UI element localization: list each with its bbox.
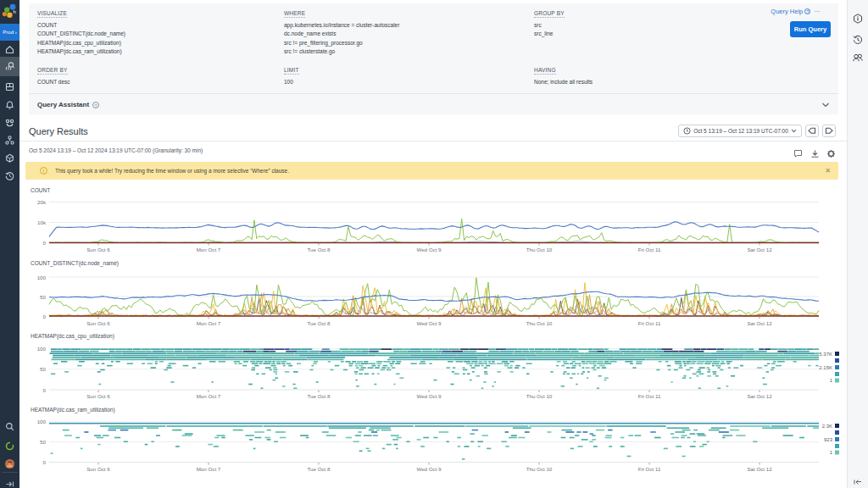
svg-text:Tue Oct 8: Tue Oct 8 [308, 247, 331, 252]
svg-text:0: 0 [43, 387, 47, 393]
svg-text:Sun Oct 6: Sun Oct 6 [86, 393, 110, 399]
svg-text:Tue Oct 8: Tue Oct 8 [308, 393, 331, 399]
svg-text:Wed Oct 9: Wed Oct 9 [416, 320, 442, 326]
svg-text:Mon Oct 7: Mon Oct 7 [197, 466, 221, 472]
svg-text:50: 50 [40, 294, 46, 300]
svg-text:Mon Oct 7: Mon Oct 7 [197, 320, 221, 326]
svg-text:20k: 20k [37, 199, 47, 205]
svg-text:Sat Oct 12: Sat Oct 12 [747, 247, 772, 252]
svg-text:Tue Oct 8: Tue Oct 8 [308, 466, 331, 472]
svg-text:100: 100 [37, 419, 47, 424]
svg-text:Sat Oct 12: Sat Oct 12 [747, 320, 772, 326]
svg-text:Fri Oct 11: Fri Oct 11 [638, 320, 661, 326]
svg-text:50: 50 [40, 366, 46, 372]
svg-text:Sat Oct 12: Sat Oct 12 [747, 466, 772, 472]
svg-text:50: 50 [40, 439, 46, 445]
svg-text:Sun Oct 6: Sun Oct 6 [86, 320, 110, 326]
svg-text:5.37K: 5.37K [819, 352, 832, 357]
svg-text:Sun Oct 6: Sun Oct 6 [86, 466, 110, 472]
svg-text:Fri Oct 11: Fri Oct 11 [638, 466, 661, 472]
svg-text:923: 923 [824, 437, 833, 442]
svg-text:0: 0 [43, 240, 47, 246]
svg-text:Tue Oct 8: Tue Oct 8 [308, 320, 331, 326]
svg-text:Wed Oct 9: Wed Oct 9 [416, 247, 442, 252]
svg-text:2.3K: 2.3K [822, 424, 832, 429]
svg-text:Wed Oct 9: Wed Oct 9 [416, 393, 442, 399]
svg-text:1: 1 [830, 378, 833, 383]
svg-text:2.15K: 2.15K [819, 365, 832, 370]
svg-text:1: 1 [830, 450, 833, 455]
svg-text:Thu Oct 10: Thu Oct 10 [526, 466, 553, 472]
svg-text:100: 100 [37, 346, 47, 352]
svg-text:Thu Oct 10: Thu Oct 10 [526, 393, 553, 399]
svg-text:Sat Oct 12: Sat Oct 12 [747, 393, 772, 399]
svg-text:0: 0 [43, 313, 47, 319]
svg-text:0: 0 [43, 459, 47, 465]
svg-text:Sun Oct 6: Sun Oct 6 [86, 247, 110, 252]
svg-text:Wed Oct 9: Wed Oct 9 [416, 466, 442, 472]
svg-text:Mon Oct 7: Mon Oct 7 [197, 393, 221, 399]
svg-text:10k: 10k [37, 219, 47, 225]
svg-text:Mon Oct 7: Mon Oct 7 [197, 247, 221, 252]
svg-text:Thu Oct 10: Thu Oct 10 [526, 247, 553, 252]
svg-text:Fri Oct 11: Fri Oct 11 [638, 393, 661, 399]
svg-text:100: 100 [37, 274, 47, 280]
svg-text:Thu Oct 10: Thu Oct 10 [526, 320, 553, 326]
svg-text:Fri Oct 11: Fri Oct 11 [638, 247, 661, 252]
